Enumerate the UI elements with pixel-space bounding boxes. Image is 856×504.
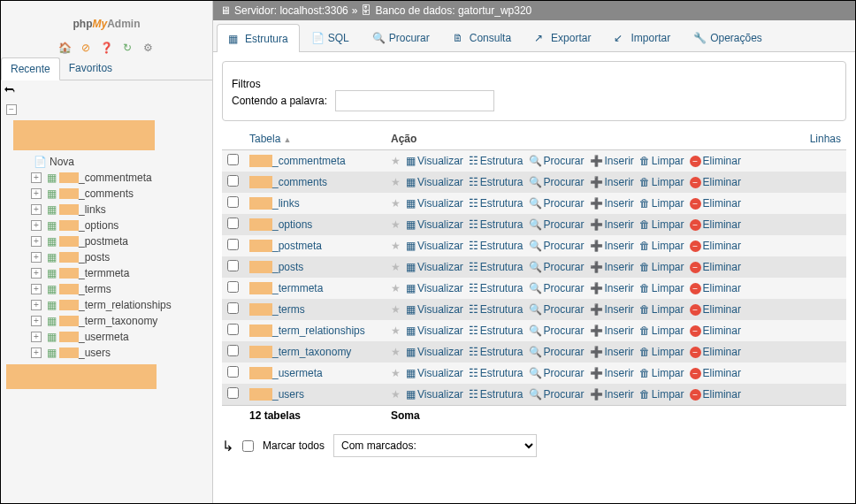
tab-exportar[interactable]: ↗Exportar: [523, 24, 602, 51]
action-search[interactable]: 🔍Procurar: [529, 261, 585, 273]
action-structure[interactable]: ☷Estrutura: [469, 346, 524, 358]
action-browse[interactable]: ▦Visualizar: [406, 155, 463, 167]
star-icon[interactable]: ★: [391, 325, 401, 337]
star-icon[interactable]: ★: [391, 388, 401, 401]
action-structure[interactable]: ☷Estrutura: [469, 388, 524, 401]
action-drop[interactable]: −Eliminar: [690, 367, 741, 379]
row-checkbox[interactable]: [227, 196, 239, 208]
link-icon[interactable]: ⮪: [4, 84, 17, 94]
action-empty[interactable]: 🗑Limpar: [639, 346, 684, 358]
table-name-cell[interactable]: _terms: [244, 299, 386, 320]
star-icon[interactable]: ★: [391, 155, 401, 167]
refresh-icon[interactable]: ↻: [120, 42, 134, 56]
tree-table[interactable]: +▦_posts: [31, 249, 207, 265]
tree-table[interactable]: +▦_termmeta: [31, 265, 207, 281]
action-structure[interactable]: ☷Estrutura: [469, 367, 524, 379]
table-name-cell[interactable]: _users: [244, 384, 386, 406]
action-drop[interactable]: −Eliminar: [690, 240, 741, 252]
action-drop[interactable]: −Eliminar: [690, 282, 741, 294]
action-insert[interactable]: ➕Inserir: [590, 282, 634, 294]
action-insert[interactable]: ➕Inserir: [590, 155, 634, 167]
star-icon[interactable]: ★: [391, 346, 401, 358]
action-browse[interactable]: ▦Visualizar: [406, 388, 463, 401]
action-browse[interactable]: ▦Visualizar: [406, 240, 463, 252]
breadcrumb-database[interactable]: Banco de dados: gatortur_wp320: [375, 4, 531, 17]
action-empty[interactable]: 🗑Limpar: [639, 325, 684, 337]
row-checkbox[interactable]: [227, 324, 239, 335]
tree-table[interactable]: +▦_links: [31, 202, 207, 218]
tree-table[interactable]: +▦_usermeta: [31, 329, 207, 345]
action-search[interactable]: 🔍Procurar: [529, 176, 585, 188]
action-search[interactable]: 🔍Procurar: [529, 155, 585, 167]
table-name-cell[interactable]: _postmeta: [244, 235, 386, 256]
action-search[interactable]: 🔍Procurar: [529, 346, 585, 358]
breadcrumb-server[interactable]: Servidor: localhost:3306: [234, 4, 348, 17]
table-name-cell[interactable]: _termmeta: [244, 278, 386, 299]
action-structure[interactable]: ☷Estrutura: [469, 282, 524, 294]
favorites-tab[interactable]: Favoritos: [60, 57, 121, 80]
action-search[interactable]: 🔍Procurar: [529, 388, 585, 401]
action-drop[interactable]: −Eliminar: [690, 197, 741, 210]
action-empty[interactable]: 🗑Limpar: [639, 303, 684, 316]
action-empty[interactable]: 🗑Limpar: [639, 261, 684, 273]
action-structure[interactable]: ☷Estrutura: [469, 197, 524, 210]
star-icon[interactable]: ★: [391, 240, 401, 252]
expand-icon[interactable]: +: [31, 347, 42, 358]
action-structure[interactable]: ☷Estrutura: [469, 176, 524, 188]
row-checkbox[interactable]: [227, 175, 239, 187]
star-icon[interactable]: ★: [391, 218, 401, 231]
tree-table[interactable]: +▦_commentmeta: [31, 170, 207, 186]
tree-table[interactable]: +▦_term_taxonomy: [31, 313, 207, 329]
action-drop[interactable]: −Eliminar: [690, 261, 741, 273]
action-drop[interactable]: −Eliminar: [690, 388, 741, 401]
action-empty[interactable]: 🗑Limpar: [639, 367, 684, 379]
tab-operações[interactable]: 🔧Operações: [682, 24, 774, 51]
action-structure[interactable]: ☷Estrutura: [469, 155, 524, 167]
expand-icon[interactable]: +: [31, 172, 42, 183]
action-insert[interactable]: ➕Inserir: [590, 367, 634, 379]
star-icon[interactable]: ★: [391, 367, 401, 379]
action-insert[interactable]: ➕Inserir: [590, 261, 634, 273]
action-browse[interactable]: ▦Visualizar: [406, 367, 463, 379]
bulk-dropdown[interactable]: Com marcados:: [333, 434, 537, 457]
tree-table[interactable]: +▦_terms: [31, 281, 207, 297]
star-icon[interactable]: ★: [391, 282, 401, 294]
action-search[interactable]: 🔍Procurar: [529, 240, 585, 252]
tree-table[interactable]: +▦_options: [31, 218, 207, 233]
star-icon[interactable]: ★: [391, 303, 401, 316]
action-insert[interactable]: ➕Inserir: [590, 303, 634, 316]
tree-table[interactable]: +▦_users: [31, 345, 207, 361]
row-checkbox[interactable]: [227, 387, 239, 399]
docs-icon[interactable]: ❓: [100, 42, 114, 56]
table-name-cell[interactable]: _comments: [244, 172, 386, 193]
action-insert[interactable]: ➕Inserir: [590, 176, 634, 188]
filter-input[interactable]: [335, 90, 494, 111]
action-browse[interactable]: ▦Visualizar: [406, 346, 463, 358]
tab-estrutura[interactable]: ▦Estrutura: [217, 24, 300, 52]
gear-icon[interactable]: ⚙: [141, 42, 155, 56]
tab-consulta[interactable]: 🗎Consulta: [441, 24, 523, 51]
recent-tab[interactable]: Recente: [1, 57, 60, 80]
action-structure[interactable]: ☷Estrutura: [469, 325, 524, 337]
action-browse[interactable]: ▦Visualizar: [406, 176, 463, 188]
action-browse[interactable]: ▦Visualizar: [406, 261, 463, 273]
action-drop[interactable]: −Eliminar: [690, 325, 741, 337]
row-checkbox[interactable]: [227, 366, 239, 378]
table-name-cell[interactable]: _usermeta: [244, 363, 386, 384]
row-checkbox[interactable]: [227, 345, 239, 356]
new-table-link[interactable]: 📄Nova: [31, 154, 207, 170]
tree-table[interactable]: +▦_term_relationships: [31, 297, 207, 313]
action-insert[interactable]: ➕Inserir: [590, 325, 634, 337]
action-drop[interactable]: −Eliminar: [690, 346, 741, 358]
action-insert[interactable]: ➕Inserir: [590, 388, 634, 401]
action-drop[interactable]: −Eliminar: [690, 218, 741, 231]
row-checkbox[interactable]: [227, 302, 239, 314]
home-icon[interactable]: 🏠: [58, 42, 73, 56]
action-empty[interactable]: 🗑Limpar: [639, 218, 684, 231]
action-insert[interactable]: ➕Inserir: [590, 197, 634, 210]
action-insert[interactable]: ➕Inserir: [590, 240, 634, 252]
collapse-icon[interactable]: −: [6, 104, 17, 115]
action-drop[interactable]: −Eliminar: [690, 155, 741, 167]
action-empty[interactable]: 🗑Limpar: [639, 240, 684, 252]
table-name-cell[interactable]: _links: [244, 193, 386, 214]
